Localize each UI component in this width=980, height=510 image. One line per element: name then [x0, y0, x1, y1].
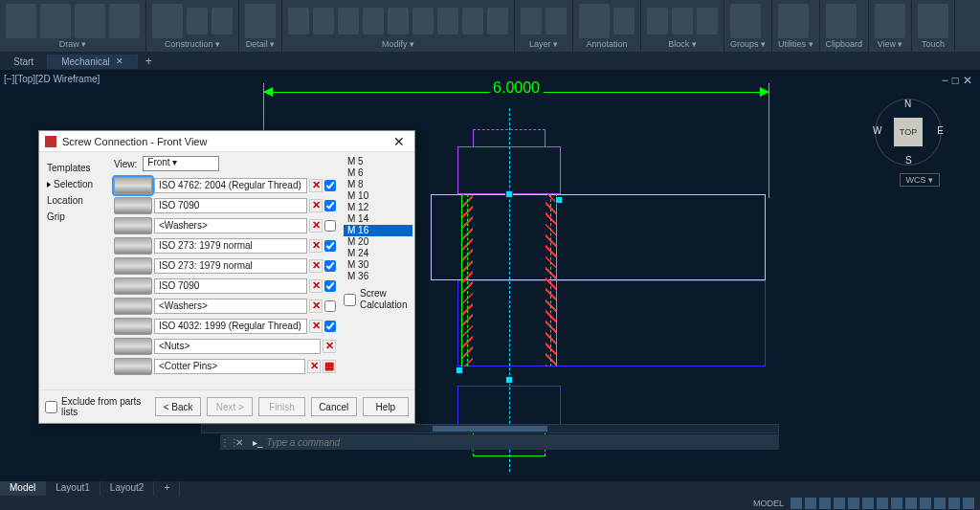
part-field[interactable]: <Cotter Pins>: [154, 359, 305, 374]
remove-part-icon[interactable]: ✕: [307, 360, 321, 373]
edit-attributes-icon[interactable]: [697, 8, 718, 34]
scale-icon[interactable]: [462, 8, 483, 34]
size-option[interactable]: M 8: [344, 179, 412, 190]
layer-icon[interactable]: [521, 8, 542, 34]
viewcube-north[interactable]: N: [904, 99, 911, 109]
customize-icon[interactable]: [963, 498, 974, 509]
status-model[interactable]: MODEL: [749, 499, 788, 508]
cancel-button[interactable]: Cancel: [311, 397, 357, 416]
grip-point[interactable]: [456, 366, 463, 374]
back-button[interactable]: < Back: [155, 397, 201, 416]
new-tab-button[interactable]: +: [138, 55, 160, 68]
part-checkbox[interactable]: [324, 220, 336, 232]
screw-drawing[interactable]: [431, 108, 766, 472]
size-option[interactable]: M 5: [344, 156, 412, 167]
help-button[interactable]: Help: [363, 397, 409, 416]
part-thumbnail[interactable]: [114, 177, 152, 194]
remove-part-icon[interactable]: ✕: [309, 279, 323, 293]
sidebar-item-selection[interactable]: Selection: [45, 176, 102, 192]
part-thumbnail[interactable]: [114, 257, 152, 275]
exclude-checkbox[interactable]: [45, 401, 57, 413]
size-option[interactable]: M 10: [344, 190, 412, 202]
part-field[interactable]: ISO 273: 1979 normal: [154, 258, 307, 274]
create-block-icon[interactable]: [647, 8, 668, 34]
workspace-icon[interactable]: [905, 498, 917, 509]
dialog-titlebar[interactable]: Screw Connection - Front View ✕: [39, 131, 414, 152]
wcs-badge[interactable]: WCS ▾: [900, 173, 941, 187]
grip-point[interactable]: [505, 376, 513, 384]
finish-button[interactable]: Finish: [258, 397, 304, 416]
remove-part-icon[interactable]: ✕: [309, 239, 323, 253]
osnap-icon[interactable]: [834, 498, 845, 509]
part-checkbox[interactable]: [324, 300, 336, 312]
bom-icon[interactable]: [613, 8, 635, 34]
ribbon-label-touch[interactable]: Touch: [918, 39, 948, 49]
ribbon-label-clipboard[interactable]: Clipboard: [826, 39, 863, 49]
sidebar-item-location[interactable]: Location: [45, 192, 102, 209]
clean-screen-icon[interactable]: [948, 498, 960, 509]
layout-tab-layout2[interactable]: Layout2: [100, 481, 155, 496]
grip-point[interactable]: [505, 190, 513, 198]
move-to-layer-icon[interactable]: [546, 8, 567, 34]
transparency-icon[interactable]: [877, 498, 888, 509]
ribbon-label-view[interactable]: View ▾: [875, 39, 905, 49]
part-field[interactable]: <Nuts>: [154, 339, 321, 354]
touch-icon[interactable]: [918, 4, 948, 38]
size-option[interactable]: M 12: [344, 202, 412, 213]
remove-part-icon[interactable]: ✕: [309, 259, 323, 273]
part-thumbnail[interactable]: [114, 197, 152, 214]
part-thumbnail[interactable]: [114, 277, 152, 295]
dialog-close-icon[interactable]: ✕: [390, 134, 409, 149]
otrack-icon[interactable]: [848, 498, 859, 509]
insert-block-icon[interactable]: [672, 8, 693, 34]
mirror-icon[interactable]: [388, 8, 409, 34]
part-field[interactable]: ISO 7090: [154, 278, 307, 294]
tab-start[interactable]: Start: [0, 55, 48, 69]
mode-icon[interactable]: [212, 8, 233, 34]
layout-tab-layout1[interactable]: Layout1: [46, 481, 100, 496]
ribbon-label-modify[interactable]: Modify ▾: [288, 39, 508, 49]
line-tool-icon[interactable]: [6, 4, 36, 38]
part-checkbox[interactable]: [324, 200, 336, 211]
ribbon-label-construction[interactable]: Construction ▾: [152, 39, 233, 49]
cmdline-close-icon[interactable]: ✕: [230, 437, 249, 448]
dimension-annotation[interactable]: 6.0000: [263, 83, 769, 102]
move-icon[interactable]: [288, 8, 309, 34]
circle-tool-icon[interactable]: [75, 4, 105, 38]
ray-icon[interactable]: [187, 8, 208, 34]
part-checkbox[interactable]: [324, 280, 336, 292]
part-field[interactable]: <Washers>: [154, 218, 307, 233]
part-checkbox[interactable]: [324, 260, 336, 272]
part-thumbnail[interactable]: [114, 358, 152, 375]
trim-icon[interactable]: [363, 8, 384, 34]
hide-situation-icon[interactable]: [245, 4, 276, 38]
part-field[interactable]: <Washers>: [154, 299, 307, 314]
construction-lines-icon[interactable]: [152, 4, 183, 38]
remove-part-icon[interactable]: ✕: [309, 320, 323, 333]
size-option[interactable]: M 20: [344, 236, 412, 248]
ribbon-label-utilities[interactable]: Utilities ▾: [778, 39, 813, 49]
next-button[interactable]: Next >: [207, 397, 253, 416]
part-field[interactable]: ISO 7090: [154, 198, 307, 213]
horizontal-scrollbar[interactable]: [201, 424, 779, 433]
cmdline-handle-icon[interactable]: ⋮⋮: [220, 437, 230, 448]
fillet-icon[interactable]: [412, 8, 434, 34]
part-checkbox[interactable]: [324, 321, 336, 332]
part-thumbnail[interactable]: [114, 217, 152, 234]
size-option[interactable]: M 14: [344, 213, 412, 225]
part-checkbox[interactable]: [324, 180, 336, 191]
size-option[interactable]: M 6: [344, 167, 412, 179]
layout-tab-model[interactable]: Model: [0, 481, 46, 496]
remove-part-icon[interactable]: ✕: [309, 219, 323, 233]
remove-part-icon[interactable]: ✕: [309, 199, 323, 212]
command-input[interactable]: [267, 437, 779, 448]
minimize-icon[interactable]: −: [942, 74, 948, 87]
viewcube[interactable]: TOP N S E W: [875, 99, 942, 166]
multiline-text-icon[interactable]: [579, 4, 610, 38]
remove-part-icon[interactable]: ✕: [323, 340, 336, 353]
sidebar-item-grip[interactable]: Grip: [45, 209, 102, 225]
polyline-tool-icon[interactable]: [40, 4, 71, 38]
viewcube-west[interactable]: W: [873, 125, 881, 136]
ribbon-label-annotation[interactable]: Annotation: [579, 39, 635, 49]
stretch-icon[interactable]: [437, 8, 458, 34]
